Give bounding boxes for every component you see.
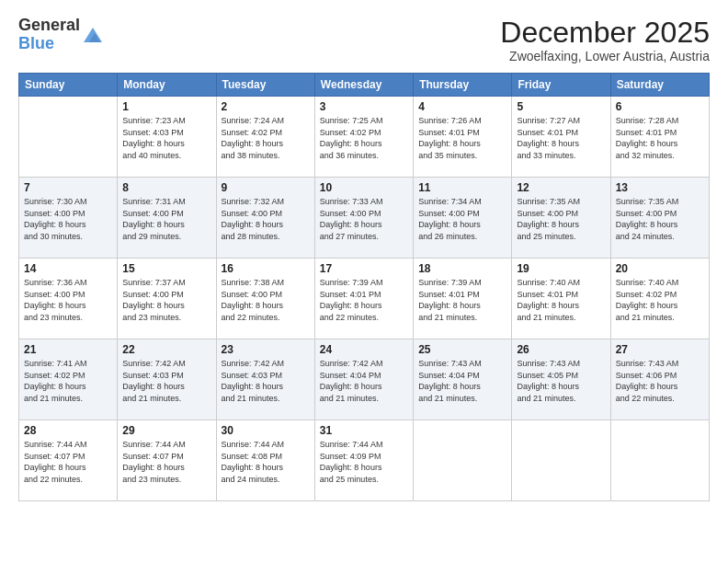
day-number: 24 — [320, 343, 408, 356]
table-row: 19Sunrise: 7:40 AM Sunset: 4:01 PM Dayli… — [512, 259, 610, 339]
day-info: Sunrise: 7:32 AM Sunset: 4:00 PM Dayligh… — [222, 196, 310, 242]
day-number: 22 — [122, 343, 210, 356]
calendar-week-row: 28Sunrise: 7:44 AM Sunset: 4:07 PM Dayli… — [19, 420, 710, 501]
day-info: Sunrise: 7:39 AM Sunset: 4:01 PM Dayligh… — [418, 277, 506, 323]
day-number: 15 — [122, 262, 210, 275]
day-info: Sunrise: 7:42 AM Sunset: 4:03 PM Dayligh… — [122, 358, 210, 404]
table-row: 31Sunrise: 7:44 AM Sunset: 4:09 PM Dayli… — [314, 420, 413, 501]
day-number: 11 — [418, 181, 506, 194]
day-info: Sunrise: 7:39 AM Sunset: 4:01 PM Dayligh… — [320, 277, 408, 323]
day-number: 3 — [320, 100, 408, 113]
table-row: 10Sunrise: 7:33 AM Sunset: 4:00 PM Dayli… — [314, 178, 413, 259]
table-row: 9Sunrise: 7:32 AM Sunset: 4:00 PM Daylig… — [216, 178, 314, 259]
table-row: 22Sunrise: 7:42 AM Sunset: 4:03 PM Dayli… — [118, 339, 216, 420]
day-number: 25 — [418, 343, 506, 356]
day-number: 2 — [222, 100, 310, 113]
table-row: 7Sunrise: 7:30 AM Sunset: 4:00 PM Daylig… — [19, 178, 118, 259]
header-sunday: Sunday — [19, 74, 118, 97]
day-number: 28 — [24, 424, 112, 437]
day-info: Sunrise: 7:40 AM Sunset: 4:02 PM Dayligh… — [616, 277, 704, 323]
table-row: 6Sunrise: 7:28 AM Sunset: 4:01 PM Daylig… — [610, 97, 709, 178]
calendar-week-row: 21Sunrise: 7:41 AM Sunset: 4:02 PM Dayli… — [19, 339, 710, 420]
day-number: 30 — [222, 424, 310, 437]
day-number: 29 — [122, 424, 210, 437]
day-info: Sunrise: 7:33 AM Sunset: 4:00 PM Dayligh… — [320, 196, 408, 242]
table-row: 24Sunrise: 7:42 AM Sunset: 4:04 PM Dayli… — [314, 339, 413, 420]
table-row — [512, 420, 610, 501]
logo: General Blue — [18, 17, 104, 53]
calendar-table: Sunday Monday Tuesday Wednesday Thursday… — [18, 73, 710, 501]
day-number: 19 — [517, 262, 605, 275]
day-number: 1 — [122, 100, 210, 113]
day-info: Sunrise: 7:27 AM Sunset: 4:01 PM Dayligh… — [517, 115, 605, 161]
header-wednesday: Wednesday — [314, 74, 413, 97]
table-row: 4Sunrise: 7:26 AM Sunset: 4:01 PM Daylig… — [414, 97, 512, 178]
day-number: 27 — [616, 343, 704, 356]
day-number: 9 — [222, 181, 310, 194]
day-info: Sunrise: 7:26 AM Sunset: 4:01 PM Dayligh… — [418, 115, 506, 161]
day-info: Sunrise: 7:30 AM Sunset: 4:00 PM Dayligh… — [24, 196, 112, 242]
table-row — [610, 420, 709, 501]
day-info: Sunrise: 7:23 AM Sunset: 4:03 PM Dayligh… — [122, 115, 210, 161]
table-row — [414, 420, 512, 501]
day-info: Sunrise: 7:44 AM Sunset: 4:09 PM Dayligh… — [320, 439, 408, 485]
table-row: 8Sunrise: 7:31 AM Sunset: 4:00 PM Daylig… — [118, 178, 216, 259]
header-saturday: Saturday — [610, 74, 709, 97]
table-row: 14Sunrise: 7:36 AM Sunset: 4:00 PM Dayli… — [19, 259, 118, 339]
day-number: 6 — [616, 100, 704, 113]
day-number: 5 — [517, 100, 605, 113]
table-row: 20Sunrise: 7:40 AM Sunset: 4:02 PM Dayli… — [610, 259, 709, 339]
day-info: Sunrise: 7:44 AM Sunset: 4:08 PM Dayligh… — [222, 439, 310, 485]
table-row: 16Sunrise: 7:38 AM Sunset: 4:00 PM Dayli… — [216, 259, 314, 339]
day-number: 14 — [24, 262, 112, 275]
table-row: 2Sunrise: 7:24 AM Sunset: 4:02 PM Daylig… — [216, 97, 314, 178]
header-tuesday: Tuesday — [216, 74, 314, 97]
calendar-header-row: Sunday Monday Tuesday Wednesday Thursday… — [19, 74, 710, 97]
table-row: 17Sunrise: 7:39 AM Sunset: 4:01 PM Dayli… — [314, 259, 413, 339]
table-row: 3Sunrise: 7:25 AM Sunset: 4:02 PM Daylig… — [314, 97, 413, 178]
table-row: 1Sunrise: 7:23 AM Sunset: 4:03 PM Daylig… — [118, 97, 216, 178]
month-title: December 2025 — [500, 17, 710, 49]
day-info: Sunrise: 7:34 AM Sunset: 4:00 PM Dayligh… — [418, 196, 506, 242]
day-info: Sunrise: 7:37 AM Sunset: 4:00 PM Dayligh… — [122, 277, 210, 323]
day-number: 17 — [320, 262, 408, 275]
day-info: Sunrise: 7:41 AM Sunset: 4:02 PM Dayligh… — [24, 358, 112, 404]
day-number: 16 — [222, 262, 310, 275]
day-info: Sunrise: 7:31 AM Sunset: 4:00 PM Dayligh… — [122, 196, 210, 242]
day-info: Sunrise: 7:38 AM Sunset: 4:00 PM Dayligh… — [222, 277, 310, 323]
day-number: 13 — [616, 181, 704, 194]
day-number: 23 — [222, 343, 310, 356]
day-number: 8 — [122, 181, 210, 194]
day-number: 7 — [24, 181, 112, 194]
table-row: 30Sunrise: 7:44 AM Sunset: 4:08 PM Dayli… — [216, 420, 314, 501]
table-row: 18Sunrise: 7:39 AM Sunset: 4:01 PM Dayli… — [414, 259, 512, 339]
table-row: 11Sunrise: 7:34 AM Sunset: 4:00 PM Dayli… — [414, 178, 512, 259]
day-info: Sunrise: 7:43 AM Sunset: 4:04 PM Dayligh… — [418, 358, 506, 404]
day-number: 4 — [418, 100, 506, 113]
day-info: Sunrise: 7:35 AM Sunset: 4:00 PM Dayligh… — [616, 196, 704, 242]
day-number: 26 — [517, 343, 605, 356]
table-row: 27Sunrise: 7:43 AM Sunset: 4:06 PM Dayli… — [610, 339, 709, 420]
day-number: 18 — [418, 262, 506, 275]
location-subtitle: Zwoelfaxing, Lower Austria, Austria — [500, 49, 710, 63]
logo-icon — [82, 24, 104, 46]
header-friday: Friday — [512, 74, 610, 97]
table-row: 26Sunrise: 7:43 AM Sunset: 4:05 PM Dayli… — [512, 339, 610, 420]
header: General Blue December 2025 Zwoelfaxing, … — [18, 17, 710, 63]
table-row: 23Sunrise: 7:42 AM Sunset: 4:03 PM Dayli… — [216, 339, 314, 420]
header-monday: Monday — [118, 74, 216, 97]
table-row — [19, 97, 118, 178]
page: General Blue December 2025 Zwoelfaxing, … — [0, 0, 728, 563]
header-thursday: Thursday — [414, 74, 512, 97]
day-number: 10 — [320, 181, 408, 194]
table-row: 5Sunrise: 7:27 AM Sunset: 4:01 PM Daylig… — [512, 97, 610, 178]
day-info: Sunrise: 7:43 AM Sunset: 4:05 PM Dayligh… — [517, 358, 605, 404]
table-row: 15Sunrise: 7:37 AM Sunset: 4:00 PM Dayli… — [118, 259, 216, 339]
day-info: Sunrise: 7:28 AM Sunset: 4:01 PM Dayligh… — [616, 115, 704, 161]
logo-text: General Blue — [18, 17, 80, 53]
day-number: 20 — [616, 262, 704, 275]
day-info: Sunrise: 7:25 AM Sunset: 4:02 PM Dayligh… — [320, 115, 408, 161]
day-number: 12 — [517, 181, 605, 194]
table-row: 25Sunrise: 7:43 AM Sunset: 4:04 PM Dayli… — [414, 339, 512, 420]
logo-blue: Blue — [18, 35, 80, 53]
